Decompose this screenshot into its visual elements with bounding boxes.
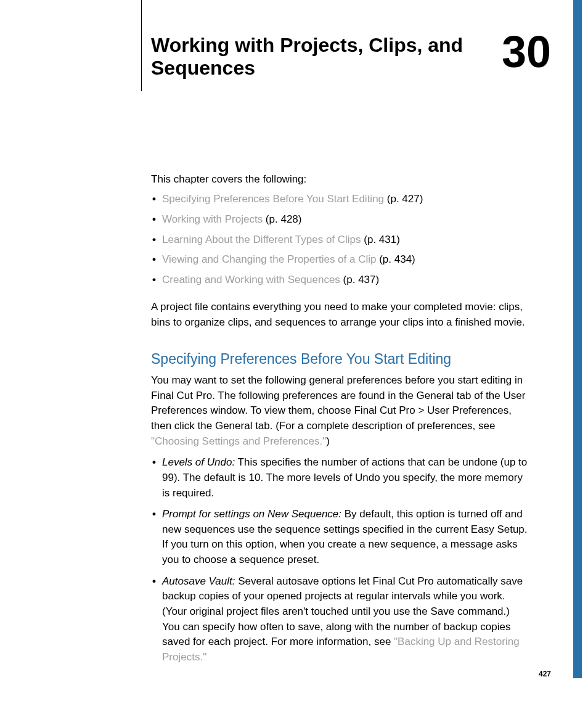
toc-link[interactable]: Learning About the Different Types of Cl… (162, 234, 361, 245)
toc-item: Specifying Preferences Before You Start … (151, 192, 529, 207)
toc-list: Specifying Preferences Before You Start … (151, 192, 529, 287)
chapter-header: Working with Projects, Clips, and Sequen… (34, 34, 554, 80)
document-page: Working with Projects, Clips, and Sequen… (0, 0, 588, 706)
list-item: Levels of Undo: This specifies the numbe… (151, 455, 529, 501)
toc-page: (p. 437) (340, 274, 379, 285)
toc-item: Creating and Working with Sequences (p. … (151, 273, 529, 288)
section-text: You may want to set the following genera… (151, 374, 525, 432)
cross-reference-link[interactable]: "Choosing Settings and Preferences." (151, 435, 326, 447)
section-heading: Specifying Preferences Before You Start … (151, 349, 529, 369)
term-label: Prompt for settings on New Sequence: (162, 508, 341, 520)
toc-page: (p. 431) (361, 234, 400, 245)
page-number: 427 (539, 670, 551, 678)
toc-page: (p. 428) (263, 213, 301, 225)
list-item: Autosave Vault: Several autosave options… (151, 574, 529, 665)
header-divider (141, 0, 142, 91)
section-text-after: ) (326, 435, 330, 447)
toc-page: (p. 434) (376, 253, 415, 265)
toc-page: (p. 427) (384, 193, 423, 205)
intro-text: This chapter covers the following: (151, 172, 529, 187)
toc-item: Viewing and Changing the Properties of a… (151, 252, 529, 268)
term-label: Levels of Undo: (162, 456, 235, 468)
toc-item: Working with Projects (p. 428) (151, 212, 529, 228)
overview-paragraph: A project file contains everything you n… (151, 300, 529, 330)
toc-item: Learning About the Different Types of Cl… (151, 232, 529, 248)
list-item: Prompt for settings on New Sequence: By … (151, 507, 529, 568)
content-area: This chapter covers the following: Speci… (151, 172, 529, 665)
right-color-bar (573, 0, 582, 678)
toc-link[interactable]: Specifying Preferences Before You Start … (162, 193, 384, 205)
preference-list: Levels of Undo: This specifies the numbe… (151, 455, 529, 665)
toc-link[interactable]: Creating and Working with Sequences (162, 274, 340, 285)
section-paragraph: You may want to set the following genera… (151, 373, 529, 449)
toc-link[interactable]: Working with Projects (162, 213, 263, 225)
term-label: Autosave Vault: (162, 575, 235, 587)
chapter-number: 30 (502, 30, 551, 74)
chapter-title: Working with Projects, Clips, and Sequen… (34, 34, 472, 80)
toc-link[interactable]: Viewing and Changing the Properties of a… (162, 253, 376, 265)
